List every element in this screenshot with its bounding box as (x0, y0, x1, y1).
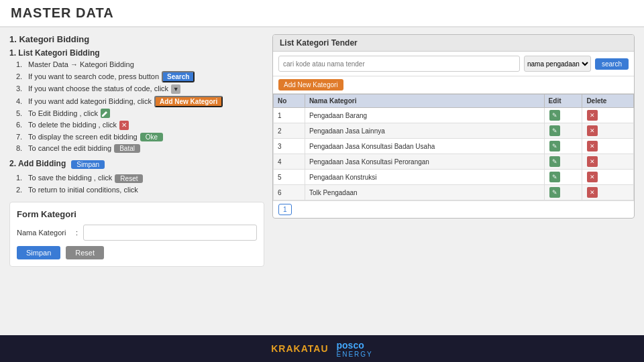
add-bidding-title: 2. Add Bidding (9, 159, 66, 168)
add-new-button[interactable]: Add New Kategori (278, 79, 343, 90)
page-button[interactable]: 1 (278, 204, 292, 215)
batal-inline-button[interactable]: Batal (114, 144, 140, 153)
item-num: 7. (16, 132, 25, 142)
add-new-row: Add New Kategori (273, 76, 634, 94)
cell-delete: ✕ (582, 185, 634, 200)
instruction-list: 1. Master Data → Kategori Bidding 2. If … (9, 60, 264, 154)
table-row: 4 Pengadaan Jasa Konsultasi Perorangan ✎… (274, 154, 634, 170)
item-text: To Edit Bidding , click (28, 109, 98, 119)
cell-nama: Pengadaan Konstruksi (305, 170, 544, 185)
edit-action-button[interactable]: ✎ (549, 156, 560, 167)
delete-action-button[interactable]: ✕ (587, 141, 598, 152)
cell-edit: ✎ (544, 154, 582, 170)
delete-action-button[interactable]: ✕ (587, 187, 598, 198)
cell-no: 5 (274, 170, 305, 185)
edit-action-button[interactable]: ✎ (549, 125, 560, 136)
cell-no: 3 (274, 139, 305, 154)
edit-action-button[interactable]: ✎ (549, 187, 560, 198)
search-bar: nama pengadaan search (273, 52, 634, 76)
item-text: Master Data → Kategori Bidding (28, 60, 134, 70)
item-num: 2. (16, 185, 25, 195)
item-num: 1. (16, 60, 25, 70)
delete-action-button[interactable]: ✕ (587, 125, 598, 136)
cell-no: 2 (274, 123, 305, 139)
table-row: 1 Pengadaan Barang ✎ ✕ (274, 108, 634, 123)
list-item: 1. Master Data → Kategori Bidding (16, 60, 264, 70)
cell-edit: ✎ (544, 139, 582, 154)
simpan-button[interactable]: Simpan (17, 246, 60, 259)
item-text: To delete the bidding , click (28, 120, 117, 130)
edit-action-button[interactable]: ✎ (549, 110, 560, 121)
col-nama: Nama Kategori (305, 95, 544, 108)
list-item: 1. To save the bidding , click Reset (16, 173, 264, 183)
panel-header: List Kategori Tender (273, 35, 634, 52)
right-panel: List Kategori Tender nama pengadaan sear… (272, 34, 635, 328)
form-row-nama: Nama Kategori : (17, 225, 257, 241)
delete-action-button[interactable]: ✕ (587, 156, 598, 167)
col-delete: Delete (582, 95, 634, 108)
footer-brand: KRAKATAU (271, 343, 328, 354)
page-title: MASTER DATA (11, 5, 633, 21)
footer-posco: posco (337, 340, 364, 351)
edit-icon (101, 109, 110, 118)
list-item: 5. To Edit Bidding , click (16, 109, 264, 119)
table-body: 1 Pengadaan Barang ✎ ✕ 2 Pengadaan Jasa … (274, 108, 634, 200)
list-item: 7. To display the screen edit bidding Ok… (16, 132, 264, 142)
table-row: 5 Pengadaan Konstruksi ✎ ✕ (274, 170, 634, 185)
search-inline-button[interactable]: Search (162, 71, 195, 82)
edit-action-button[interactable]: ✎ (549, 172, 560, 182)
main-content: 1. Kategori Bidding 1. List Kategori Bid… (0, 27, 644, 335)
list-item: 6. To delete the bidding , click ✕ (16, 120, 264, 130)
reset-button[interactable]: Reset (66, 246, 104, 259)
arrow-icon: → (70, 60, 78, 70)
table-header: No Nama Kategori Edit Delete (274, 95, 634, 108)
item-text: If you want to search code, press button (28, 72, 159, 82)
edit-action-button[interactable]: ✎ (549, 141, 560, 152)
item-num: 2. (16, 72, 25, 82)
form-buttons: Simpan Reset (17, 246, 257, 259)
form-kategori-title: Form Kategori (17, 209, 257, 219)
cell-delete: ✕ (582, 154, 634, 170)
item-num: 6. (16, 120, 25, 130)
delete-action-button[interactable]: ✕ (587, 172, 598, 182)
form-kategori-section: Form Kategori Nama Kategori : Simpan Res… (9, 202, 264, 267)
add-bidding-list: 1. To save the bidding , click Reset 2. … (9, 173, 264, 195)
table-row: 3 Pengadaan Jasa Konsultasi Badan Usaha … (274, 139, 634, 154)
panel-box: List Kategori Tender nama pengadaan sear… (272, 34, 635, 219)
form-input-nama[interactable] (83, 225, 257, 241)
col-no: No (274, 95, 305, 108)
ok-inline-button[interactable]: Oke (140, 133, 163, 141)
nama-pengadaan-select[interactable]: nama pengadaan (524, 56, 591, 72)
pagination-row: 1 (273, 200, 634, 218)
search-input[interactable] (278, 56, 520, 72)
left-panel: 1. Kategori Bidding 1. List Kategori Bid… (9, 34, 264, 328)
list-kategori-title: 1. List Kategori Bidding (9, 48, 264, 58)
table-row: 6 Tolk Pengadaan ✎ ✕ (274, 185, 634, 200)
cell-delete: ✕ (582, 139, 634, 154)
section-title: 1. Kategori Bidding (9, 34, 264, 44)
cell-nama: Pengadaan Jasa Lainnya (305, 123, 544, 139)
cell-nama: Tolk Pengadaan (305, 185, 544, 200)
page-header: MASTER DATA (0, 0, 644, 27)
brand-krakatau: KRAKATAU (271, 343, 328, 354)
list-kategori-section: 1. List Kategori Bidding 1. Master Data … (9, 48, 264, 154)
item-num: 3. (16, 84, 25, 94)
search-button[interactable]: search (595, 58, 629, 70)
cell-delete: ✕ (582, 123, 634, 139)
cell-edit: ✎ (544, 108, 582, 123)
reset-inline-button[interactable]: Reset (115, 174, 143, 183)
list-item: 2. To return to initial conditions, clic… (16, 185, 264, 195)
add-new-inline-button[interactable]: Add New Kategori (154, 96, 223, 107)
item-text: To save the bidding , click (28, 173, 112, 183)
delete-action-button[interactable]: ✕ (587, 110, 598, 121)
item-text: To cancel the edit bidding (28, 143, 111, 154)
form-colon: : (76, 229, 78, 237)
simpan-top-button[interactable]: Simpan (71, 160, 105, 169)
add-bidding-section: 2. Add Bidding Simpan 1. To save the bid… (9, 159, 264, 195)
item-text: To return to initial conditions, click (28, 185, 138, 195)
cell-no: 6 (274, 185, 305, 200)
item-num: 8. (16, 143, 25, 154)
footer-energy: ENERGY (337, 351, 373, 358)
cell-delete: ✕ (582, 108, 634, 123)
col-edit: Edit (544, 95, 582, 108)
